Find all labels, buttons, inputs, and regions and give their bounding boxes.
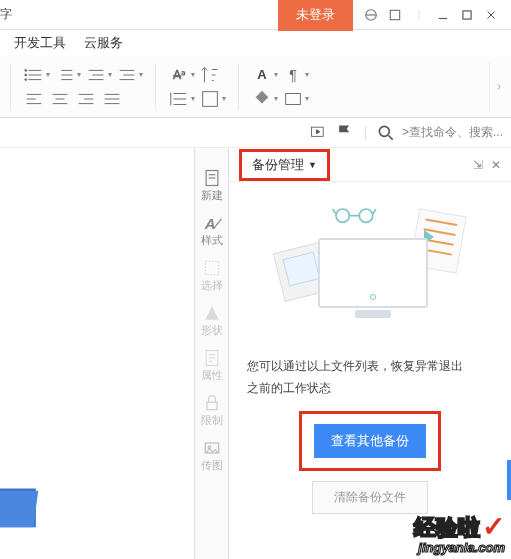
watermark: 经验啦 ✓ jingyanla.com [414, 510, 505, 555]
align-justify-button[interactable] [101, 89, 123, 109]
style-group: A▾ ¶▾ ▾ ▾ [251, 65, 309, 109]
shading-button[interactable]: ▾ [251, 89, 278, 109]
truncated-title: 字 [0, 6, 12, 23]
backup-message-line1: 您可以通过以上文件列表，恢复异常退出 [247, 356, 493, 378]
indent-decrease-button[interactable]: ▾ [85, 65, 112, 85]
menu-bar: 开发工具 云服务 [0, 30, 511, 56]
sidepanel-props[interactable]: 属性 [201, 348, 223, 381]
numbered-list-button[interactable]: ▾ [54, 65, 81, 85]
shape-icon [202, 303, 222, 323]
annotation-highlight: 查看其他备份 [299, 411, 441, 471]
group-separator [155, 64, 156, 110]
document-area [0, 148, 194, 559]
folder-icon [0, 469, 42, 531]
list-group: ▾ ▾ ▾ ▾ [23, 65, 143, 109]
tab-dev-tools[interactable]: 开发工具 [14, 34, 66, 52]
properties-icon [202, 348, 222, 368]
minimize-button[interactable] [431, 3, 455, 27]
backup-panel: 备份管理 ▼ ⇲ ✕ 您可以通过以上文件列表，恢复异常退出 之前 [228, 148, 511, 559]
svg-rect-37 [203, 91, 218, 106]
backup-body: 您可以通过以上文件列表，恢复异常退出 之前的工作状态 查看其他备份 清除备份文件 [229, 182, 511, 559]
backup-title-label: 备份管理 [252, 156, 304, 174]
skin-icon[interactable] [359, 3, 383, 27]
svg-rect-4 [463, 10, 471, 18]
main-area: 新建 A⁄ 样式 选择 形状 属性 限制 传图 备份管理 [0, 148, 511, 559]
sidepanel-style[interactable]: A⁄ 样式 [201, 213, 223, 246]
text-effects-button[interactable]: A▾ [251, 65, 278, 85]
toolbar-separator [365, 126, 366, 140]
font-group: A̶ᵃ▾ ▾ ▾ [168, 65, 226, 109]
sidepanel-image[interactable]: 传图 [201, 438, 223, 471]
tabs-button[interactable]: ▾ [282, 89, 309, 109]
sidepanel-label: 属性 [201, 370, 223, 381]
svg-marker-46 [205, 306, 218, 319]
login-button[interactable]: 未登录 [278, 0, 353, 31]
clear-backups-button[interactable]: 清除备份文件 [312, 481, 428, 514]
scrollbar-accent [507, 460, 511, 500]
svg-point-54 [336, 209, 349, 222]
backup-message: 您可以通过以上文件列表，恢复异常退出 之前的工作状态 [247, 356, 493, 399]
align-left-button[interactable] [23, 89, 45, 109]
svg-point-12 [25, 78, 27, 80]
watermark-url: jingyanla.com [414, 540, 505, 555]
checkmark-icon: ✓ [482, 510, 505, 543]
sidepanel-label: 选择 [201, 280, 223, 291]
sidepanel-label: 形状 [201, 325, 223, 336]
sidepanel-label: 传图 [201, 460, 223, 471]
sidepanel-new[interactable]: 新建 [201, 168, 223, 201]
window-titlebar: 字 未登录 [0, 0, 511, 30]
sidepanel-shape[interactable]: 形状 [201, 303, 223, 336]
indent-increase-button[interactable]: ▾ [116, 65, 143, 85]
svg-point-55 [359, 209, 372, 222]
panel-pin-icon[interactable]: ⇲ [473, 158, 483, 172]
help-icon[interactable] [383, 3, 407, 27]
group-separator [10, 64, 11, 110]
font-case-button[interactable]: A̶ᵃ▾ [168, 65, 195, 85]
sidepanel-label: 样式 [201, 235, 223, 246]
svg-rect-51 [207, 402, 217, 410]
side-panel: 新建 A⁄ 样式 选择 形状 属性 限制 传图 [194, 148, 228, 559]
bullet-list-button[interactable]: ▾ [23, 65, 50, 85]
backup-message-line2: 之前的工作状态 [247, 378, 493, 400]
svg-point-40 [379, 126, 389, 136]
tab-cloud[interactable]: 云服务 [84, 34, 123, 52]
separator-icon [407, 3, 431, 27]
watermark-text: 经验啦 [414, 513, 480, 543]
view-other-backups-button[interactable]: 查看其他备份 [314, 424, 426, 458]
align-right-button[interactable] [75, 89, 97, 109]
maximize-button[interactable] [455, 3, 479, 27]
upload-image-icon [202, 438, 222, 458]
chevron-down-icon: ▼ [308, 160, 317, 170]
panel-controls: ⇲ ✕ [473, 158, 501, 172]
backup-header: 备份管理 ▼ ⇲ ✕ [229, 148, 511, 182]
play-preview-icon[interactable] [309, 123, 329, 143]
backup-title-dropdown[interactable]: 备份管理 ▼ [239, 149, 330, 181]
style-icon: A⁄ [202, 213, 222, 233]
sort-button[interactable] [199, 65, 221, 85]
svg-rect-38 [286, 93, 301, 104]
svg-rect-45 [205, 261, 218, 274]
ribbon-expand-button[interactable] [489, 62, 507, 112]
svg-point-10 [25, 69, 27, 71]
search-placeholder[interactable]: >查找命令、搜索... [402, 124, 503, 141]
flag-icon[interactable] [335, 123, 355, 143]
svg-rect-1 [390, 10, 399, 19]
select-icon [202, 258, 222, 278]
svg-line-41 [388, 135, 392, 139]
para-mark-button[interactable]: ¶▾ [282, 65, 309, 85]
sidepanel-select[interactable]: 选择 [201, 258, 223, 291]
line-spacing-button[interactable]: ▾ [168, 89, 195, 109]
panel-close-icon[interactable]: ✕ [491, 158, 501, 172]
border-button[interactable]: ▾ [199, 89, 226, 109]
new-doc-icon [202, 168, 222, 188]
quick-toolbar: >查找命令、搜索... [0, 118, 511, 148]
sidepanel-limit[interactable]: 限制 [201, 393, 223, 426]
backup-illustration [270, 202, 470, 342]
lock-icon [202, 393, 222, 413]
group-separator [238, 64, 239, 110]
svg-point-11 [25, 74, 27, 76]
align-center-button[interactable] [49, 89, 71, 109]
sidepanel-label: 限制 [201, 415, 223, 426]
search-icon[interactable] [376, 123, 396, 143]
close-button[interactable] [479, 3, 503, 27]
